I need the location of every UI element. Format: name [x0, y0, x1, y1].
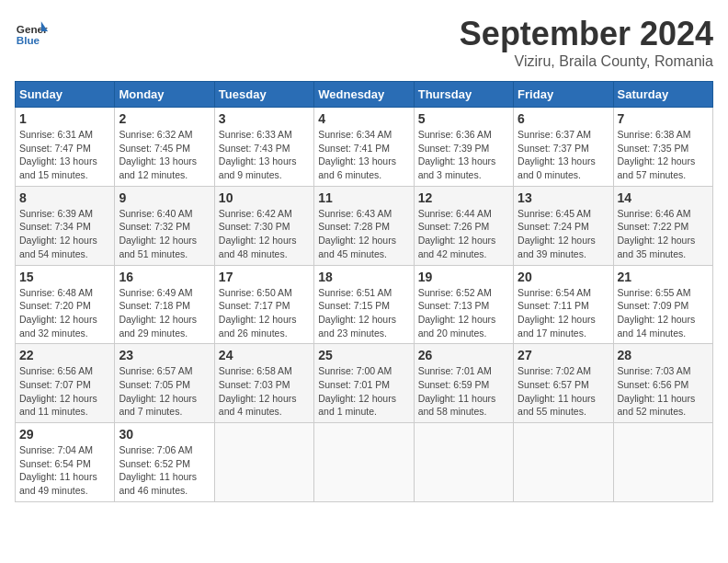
table-cell: 8Sunrise: 6:39 AM Sunset: 7:34 PM Daylig…: [16, 186, 115, 265]
day-number: 9: [119, 190, 210, 205]
table-cell: 4Sunrise: 6:34 AM Sunset: 7:41 PM Daylig…: [314, 108, 414, 187]
day-number: 12: [418, 190, 509, 205]
day-info: Sunrise: 6:52 AM Sunset: 7:13 PM Dayligh…: [418, 286, 509, 340]
day-info: Sunrise: 6:37 AM Sunset: 7:37 PM Dayligh…: [518, 128, 609, 182]
calendar-week-4: 22Sunrise: 6:56 AM Sunset: 7:07 PM Dayli…: [16, 344, 713, 423]
day-number: 5: [418, 111, 509, 126]
col-friday: Friday: [514, 82, 613, 108]
day-number: 18: [318, 270, 409, 284]
day-info: Sunrise: 6:58 AM Sunset: 7:03 PM Dayligh…: [219, 364, 310, 419]
day-info: Sunrise: 6:51 AM Sunset: 7:15 PM Dayligh…: [318, 286, 409, 340]
day-number: 4: [318, 111, 409, 126]
day-number: 30: [119, 427, 210, 442]
table-cell: 21Sunrise: 6:55 AM Sunset: 7:09 PM Dayli…: [613, 265, 712, 344]
day-number: 21: [618, 270, 709, 284]
day-number: 1: [19, 111, 110, 126]
col-tuesday: Tuesday: [214, 82, 313, 108]
day-info: Sunrise: 6:48 AM Sunset: 7:20 PM Dayligh…: [19, 286, 110, 340]
day-info: Sunrise: 6:31 AM Sunset: 7:47 PM Dayligh…: [19, 128, 110, 182]
day-info: Sunrise: 6:40 AM Sunset: 7:32 PM Dayligh…: [119, 207, 210, 261]
day-info: Sunrise: 7:02 AM Sunset: 6:57 PM Dayligh…: [518, 364, 609, 419]
col-monday: Monday: [115, 82, 214, 108]
day-info: Sunrise: 6:49 AM Sunset: 7:18 PM Dayligh…: [119, 286, 210, 340]
day-info: Sunrise: 6:54 AM Sunset: 7:11 PM Dayligh…: [518, 286, 609, 340]
col-wednesday: Wednesday: [314, 82, 414, 108]
day-number: 16: [119, 270, 210, 284]
day-info: Sunrise: 6:43 AM Sunset: 7:28 PM Dayligh…: [318, 207, 409, 261]
page-header: General Blue September 2024 Viziru, Brai…: [15, 15, 713, 70]
logo: General Blue: [15, 15, 48, 48]
table-cell: 23Sunrise: 6:57 AM Sunset: 7:05 PM Dayli…: [115, 344, 214, 423]
table-cell: 25Sunrise: 7:00 AM Sunset: 7:01 PM Dayli…: [314, 344, 414, 423]
logo-icon: General Blue: [15, 15, 48, 48]
table-cell: 14Sunrise: 6:46 AM Sunset: 7:22 PM Dayli…: [613, 186, 712, 265]
day-number: 22: [19, 348, 110, 362]
day-number: 8: [19, 190, 110, 205]
day-number: 20: [518, 270, 609, 284]
table-cell: 22Sunrise: 6:56 AM Sunset: 7:07 PM Dayli…: [16, 344, 115, 423]
day-info: Sunrise: 6:36 AM Sunset: 7:39 PM Dayligh…: [418, 128, 509, 182]
day-number: 15: [19, 270, 110, 284]
day-number: 14: [618, 190, 709, 205]
day-info: Sunrise: 6:39 AM Sunset: 7:34 PM Dayligh…: [19, 207, 110, 261]
page-subtitle: Viziru, Braila County, Romania: [460, 53, 713, 70]
day-info: Sunrise: 7:03 AM Sunset: 6:56 PM Dayligh…: [618, 364, 709, 419]
day-number: 26: [418, 348, 509, 362]
table-cell: 16Sunrise: 6:49 AM Sunset: 7:18 PM Dayli…: [115, 265, 214, 344]
day-number: 7: [618, 111, 709, 126]
day-info: Sunrise: 6:57 AM Sunset: 7:05 PM Dayligh…: [119, 364, 210, 419]
table-cell: [414, 423, 513, 502]
day-number: 11: [318, 190, 409, 205]
day-number: 3: [219, 111, 310, 126]
table-cell: 7Sunrise: 6:38 AM Sunset: 7:35 PM Daylig…: [613, 108, 712, 187]
calendar-week-2: 8Sunrise: 6:39 AM Sunset: 7:34 PM Daylig…: [16, 186, 713, 265]
table-cell: 30Sunrise: 7:06 AM Sunset: 6:52 PM Dayli…: [115, 423, 214, 502]
day-info: Sunrise: 6:34 AM Sunset: 7:41 PM Dayligh…: [318, 128, 409, 182]
day-number: 6: [518, 111, 609, 126]
table-cell: [314, 423, 414, 502]
table-cell: 3Sunrise: 6:33 AM Sunset: 7:43 PM Daylig…: [214, 108, 313, 187]
day-number: 2: [119, 111, 210, 126]
table-cell: 28Sunrise: 7:03 AM Sunset: 6:56 PM Dayli…: [613, 344, 712, 423]
table-cell: 13Sunrise: 6:45 AM Sunset: 7:24 PM Dayli…: [514, 186, 613, 265]
table-cell: 17Sunrise: 6:50 AM Sunset: 7:17 PM Dayli…: [214, 265, 313, 344]
table-cell: 26Sunrise: 7:01 AM Sunset: 6:59 PM Dayli…: [414, 344, 513, 423]
day-number: 19: [418, 270, 509, 284]
day-number: 28: [618, 348, 709, 362]
day-info: Sunrise: 6:55 AM Sunset: 7:09 PM Dayligh…: [618, 286, 709, 340]
table-cell: 9Sunrise: 6:40 AM Sunset: 7:32 PM Daylig…: [115, 186, 214, 265]
day-number: 29: [19, 427, 110, 442]
day-info: Sunrise: 6:38 AM Sunset: 7:35 PM Dayligh…: [618, 128, 709, 182]
table-cell: 29Sunrise: 7:04 AM Sunset: 6:54 PM Dayli…: [16, 423, 115, 502]
table-cell: [514, 423, 613, 502]
table-cell: [613, 423, 712, 502]
col-sunday: Sunday: [16, 82, 115, 108]
day-info: Sunrise: 6:44 AM Sunset: 7:26 PM Dayligh…: [418, 207, 509, 261]
day-info: Sunrise: 6:42 AM Sunset: 7:30 PM Dayligh…: [219, 207, 310, 261]
day-info: Sunrise: 7:01 AM Sunset: 6:59 PM Dayligh…: [418, 364, 509, 419]
page-title: September 2024: [460, 15, 713, 53]
day-number: 17: [219, 270, 310, 284]
day-number: 13: [518, 190, 609, 205]
header-row: Sunday Monday Tuesday Wednesday Thursday…: [16, 82, 713, 108]
col-saturday: Saturday: [613, 82, 712, 108]
day-info: Sunrise: 6:50 AM Sunset: 7:17 PM Dayligh…: [219, 286, 310, 340]
calendar-week-1: 1Sunrise: 6:31 AM Sunset: 7:47 PM Daylig…: [16, 108, 713, 187]
day-number: 24: [219, 348, 310, 362]
table-cell: 2Sunrise: 6:32 AM Sunset: 7:45 PM Daylig…: [115, 108, 214, 187]
day-info: Sunrise: 6:46 AM Sunset: 7:22 PM Dayligh…: [618, 207, 709, 261]
table-cell: 15Sunrise: 6:48 AM Sunset: 7:20 PM Dayli…: [16, 265, 115, 344]
day-info: Sunrise: 6:32 AM Sunset: 7:45 PM Dayligh…: [119, 128, 210, 182]
table-cell: 10Sunrise: 6:42 AM Sunset: 7:30 PM Dayli…: [214, 186, 313, 265]
table-cell: 24Sunrise: 6:58 AM Sunset: 7:03 PM Dayli…: [214, 344, 313, 423]
table-cell: 11Sunrise: 6:43 AM Sunset: 7:28 PM Dayli…: [314, 186, 414, 265]
table-cell: 6Sunrise: 6:37 AM Sunset: 7:37 PM Daylig…: [514, 108, 613, 187]
day-info: Sunrise: 7:06 AM Sunset: 6:52 PM Dayligh…: [119, 443, 210, 498]
title-block: September 2024 Viziru, Braila County, Ro…: [460, 15, 713, 70]
table-cell: 27Sunrise: 7:02 AM Sunset: 6:57 PM Dayli…: [514, 344, 613, 423]
calendar-week-3: 15Sunrise: 6:48 AM Sunset: 7:20 PM Dayli…: [16, 265, 713, 344]
calendar-week-5: 29Sunrise: 7:04 AM Sunset: 6:54 PM Dayli…: [16, 423, 713, 502]
table-cell: 19Sunrise: 6:52 AM Sunset: 7:13 PM Dayli…: [414, 265, 513, 344]
day-info: Sunrise: 6:45 AM Sunset: 7:24 PM Dayligh…: [518, 207, 609, 261]
day-number: 23: [119, 348, 210, 362]
